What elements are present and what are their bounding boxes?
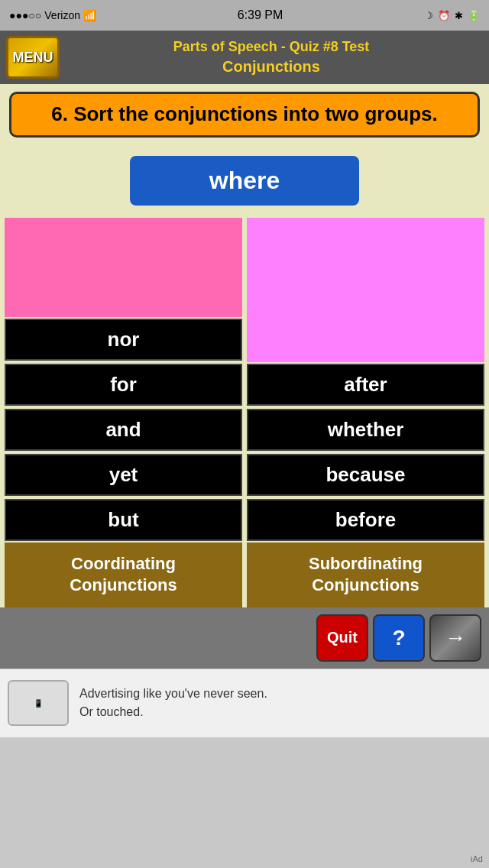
time-display: 6:39 PM (238, 8, 283, 22)
status-bar: ●●●○○ Verizon 📶 6:39 PM ☽ ⏰ ✱ 🔋 (0, 0, 489, 31)
bluetooth-icon: ✱ (455, 10, 463, 21)
right-column-label: SubordinatingConjunctions (247, 542, 484, 607)
right-column: after whether because before Subordinati… (247, 218, 484, 607)
ad-tablet-image: 📱 (8, 680, 69, 726)
word-area: where (0, 144, 489, 218)
question-box: 6. Sort the conjunctions into two groups… (9, 92, 480, 138)
left-column: nor for and yet but CoordinatingConjunct… (5, 218, 242, 607)
battery-icon: 🔋 (468, 10, 480, 21)
header-title-main: Parts of Speech - Quiz #8 Test (60, 38, 483, 56)
quit-button[interactable]: Quit (316, 614, 368, 662)
list-item[interactable]: because (247, 454, 484, 496)
header: MENU Parts of Speech - Quiz #8 Test Conj… (0, 31, 489, 84)
status-right: ☽ ⏰ ✱ 🔋 (424, 10, 480, 21)
list-item[interactable]: but (5, 499, 242, 541)
carrier-label: Verizon (44, 9, 80, 21)
signal-dots: ●●●○○ (9, 9, 41, 21)
moon-icon: ☽ (424, 10, 433, 21)
list-item[interactable]: yet (5, 454, 242, 496)
menu-button[interactable]: MENU (6, 36, 60, 79)
header-subtitle: Conjunctions (60, 57, 483, 76)
right-drop-zone[interactable] (247, 218, 484, 362)
wifi-icon: 📶 (83, 9, 96, 21)
left-column-label: CoordinatingConjunctions (5, 542, 242, 607)
ad-badge: iAd (471, 854, 483, 863)
list-item[interactable]: before (247, 499, 484, 541)
left-drop-zone[interactable] (5, 218, 242, 317)
help-button[interactable]: ? (373, 614, 425, 662)
ad-text: Advertising like you've never seen.Or to… (79, 685, 267, 721)
current-word[interactable]: where (130, 156, 359, 206)
status-left: ●●●○○ Verizon 📶 (9, 9, 96, 21)
question-area: 6. Sort the conjunctions into two groups… (0, 84, 489, 144)
list-item[interactable]: and (5, 409, 242, 451)
list-item[interactable]: whether (247, 409, 484, 451)
list-item[interactable]: nor (5, 319, 242, 361)
bottom-controls: Quit ? → (0, 607, 489, 669)
header-title: Parts of Speech - Quiz #8 Test Conjuncti… (60, 38, 483, 76)
ad-bar: 📱 Advertising like you've never seen.Or … (0, 669, 489, 737)
columns-wrapper: nor for and yet but CoordinatingConjunct… (0, 218, 489, 607)
next-button[interactable]: → (429, 614, 481, 662)
list-item[interactable]: after (247, 364, 484, 406)
list-item[interactable]: for (5, 364, 242, 406)
alarm-icon: ⏰ (438, 10, 450, 21)
